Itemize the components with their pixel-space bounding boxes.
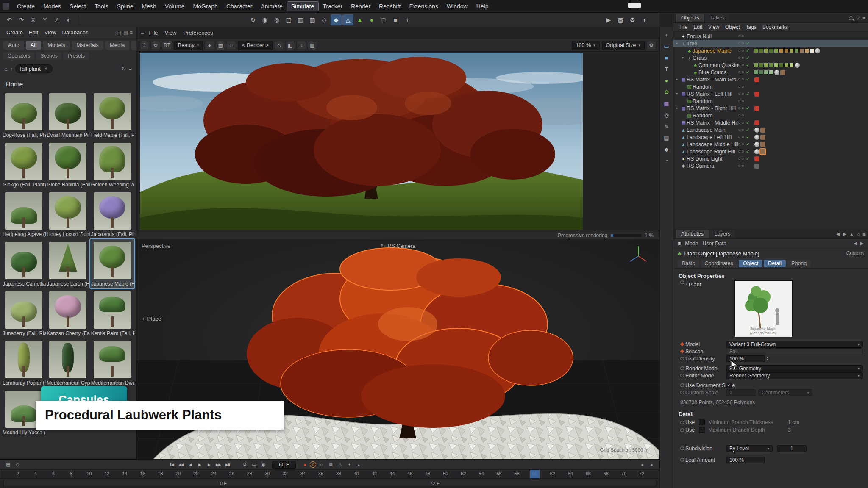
attribute-section-tab[interactable]: Coordinates <box>701 260 737 267</box>
material-swatches[interactable] <box>754 48 814 53</box>
rigid-body-icon[interactable]: ◉ <box>259 14 270 25</box>
user-data-button[interactable]: User Data <box>703 241 726 247</box>
range-icon[interactable]: ▭ <box>250 461 258 469</box>
object-tags[interactable] <box>754 77 760 82</box>
object-row[interactable]: Landscape Middle Hill ✓ <box>673 141 868 148</box>
prev-key-button[interactable]: ◀◀ <box>177 461 185 469</box>
aov-dot-icon[interactable]: ● <box>205 41 214 50</box>
object-tags[interactable] <box>754 128 765 133</box>
region-render-icon[interactable]: □ <box>227 41 236 50</box>
object-label[interactable]: Random <box>693 84 738 90</box>
menubar-item[interactable]: Help <box>472 2 493 11</box>
frame-ruler[interactable]: 2468101214161820222426283032343638404244… <box>0 470 659 479</box>
place-tool-label[interactable]: +Place <box>142 316 161 322</box>
menubar-item[interactable]: Tracker <box>318 2 347 11</box>
enable-check-icon[interactable]: ✓ <box>746 127 754 133</box>
enable-check-icon[interactable]: ✓ <box>746 77 754 82</box>
geo-tag-icon[interactable] <box>760 128 765 133</box>
object-manager-menu-item[interactable]: Tags <box>743 24 759 30</box>
menubar-item[interactable]: Modes <box>39 2 65 11</box>
home-icon[interactable]: ⌂ <box>4 66 8 72</box>
use-checkbox[interactable] <box>699 427 705 433</box>
keyset-scale-icon[interactable]: ▦ <box>326 461 335 469</box>
render-view-menu-item[interactable]: Preferences <box>180 29 217 37</box>
plant-preview[interactable]: Japanese Maple (Acer palmatum) <box>734 280 793 337</box>
visibility-dots[interactable] <box>738 64 746 66</box>
object-row[interactable]: Focus Null ✓ <box>673 33 868 40</box>
asset-thumbnail[interactable]: Ginkgo (Fall, Plant) <box>2 140 46 189</box>
timeline-layout-icon[interactable]: ▤ <box>4 461 12 469</box>
geo-tag-icon[interactable] <box>780 70 785 75</box>
param-value[interactable]: Render Geometry▾ <box>726 372 863 379</box>
asset-browser-menu-item[interactable]: View <box>41 28 59 36</box>
compare-ab-icon[interactable]: ◧ <box>286 41 295 50</box>
up-arrow-icon[interactable]: ↑ <box>10 66 13 72</box>
asset-thumbnail[interactable]: Japanese Camellia (Fal... <box>2 239 46 288</box>
asset-thumbnail[interactable]: Hedgehog Agave (Fall... <box>2 189 46 239</box>
object-label[interactable]: RS Matrix - Middle Hill <box>687 120 738 126</box>
visibility-dots[interactable] <box>738 150 746 152</box>
enable-check-icon[interactable]: ✓ <box>746 149 754 154</box>
object-row[interactable]: Landscape Left Hill ✓ <box>673 133 868 141</box>
expand-caret[interactable]: ▾ <box>682 56 686 60</box>
menubar-item[interactable]: Animate <box>256 2 287 11</box>
current-frame-marker[interactable] <box>530 470 540 478</box>
object-label[interactable]: Focus Null <box>687 33 738 39</box>
attractor-icon[interactable]: ◇ <box>319 14 330 25</box>
visibility-dots[interactable] <box>738 57 746 59</box>
menubar-item[interactable]: Window <box>442 2 472 11</box>
asset-thumbnail[interactable]: Juneberry (Fall, Plant) <box>2 288 46 338</box>
asset-thumbnail[interactable]: Japanese Maple (Fall, ... <box>90 239 134 288</box>
detail-param-value[interactable]: 1 cm <box>788 419 799 425</box>
object-label[interactable]: Japanese Maple <box>693 48 738 54</box>
param-value[interactable]: Full Geometry▾ <box>726 365 863 372</box>
visibility-dots[interactable] <box>738 93 746 95</box>
object-row[interactable]: Common Quaking Grass ✓ <box>673 61 868 69</box>
forces-icon[interactable]: ▲ <box>354 14 365 25</box>
custom-dropdown[interactable]: Custom <box>846 250 864 256</box>
object-row[interactable]: ▾ RS Matrix - Main Ground ✓ <box>673 76 868 83</box>
current-frame-field[interactable]: 60 F <box>272 461 296 469</box>
material-swatches[interactable] <box>754 63 794 67</box>
axis-gizmo[interactable] <box>626 244 650 267</box>
object-label[interactable]: Random <box>693 113 738 119</box>
rt-button[interactable]: RT <box>162 41 172 50</box>
panel-menu-icon[interactable]: ≡ <box>863 232 865 237</box>
menubar-item[interactable]: Select <box>65 2 90 11</box>
zoom-dropdown[interactable]: 100 %▾ <box>572 41 600 50</box>
object-manager-menu-item[interactable]: Edit <box>691 24 705 30</box>
asset-thumbnail[interactable]: Mediterranean Cypres... <box>46 338 90 388</box>
object-tags[interactable] <box>754 135 765 140</box>
object-tags[interactable] <box>815 48 820 53</box>
object-label[interactable]: Landscape Middle Hill <box>687 141 738 147</box>
object-row[interactable]: Blue Grama ✓ <box>673 69 868 76</box>
size-dropdown[interactable]: Original Size▾ <box>602 41 645 50</box>
search-icon[interactable] <box>849 16 853 20</box>
axis-z-button[interactable]: Z <box>51 14 62 25</box>
interactive-render-icon[interactable]: ◑ <box>639 14 650 25</box>
visibility-dots[interactable] <box>738 129 746 131</box>
object-label[interactable]: Grass <box>693 55 738 61</box>
panel-menu-icon[interactable]: ≡ <box>130 30 133 36</box>
object-row[interactable]: Random ✓ <box>673 83 868 90</box>
material-swatches[interactable] <box>754 70 773 75</box>
field-icon[interactable]: ● <box>366 14 377 25</box>
asset-thumbnail[interactable]: Jacaranda (Fall, Plant) <box>90 189 134 239</box>
asset-thumbnail[interactable]: Globe Robinia (Fall, Pl... <box>46 140 90 189</box>
enable-check-icon[interactable]: ✓ <box>746 55 754 61</box>
param-value[interactable]: Variant 3 Full-Grown▾ <box>726 341 863 348</box>
object-row[interactable]: Landscape Right Hill ✓ <box>673 148 868 155</box>
record-button[interactable]: ● <box>300 461 309 469</box>
sound-icon[interactable]: ◉ <box>259 461 267 469</box>
menubar-item[interactable]: Create <box>13 2 39 11</box>
filter-tab[interactable]: Models <box>43 41 70 50</box>
asset-thumbnail[interactable]: Honey Locust 'Sunbur... <box>46 189 90 239</box>
simulation-scene-icon[interactable]: ↻ <box>248 14 259 25</box>
object-tags[interactable] <box>774 70 785 75</box>
object-tags[interactable] <box>754 164 760 169</box>
pen-tool-icon[interactable]: ✎ <box>662 121 672 131</box>
goto-end-button[interactable]: ▶▮ <box>223 461 232 469</box>
lock-icon[interactable]: ○ <box>857 232 860 237</box>
object-label[interactable]: RS Matrix - Right Hill <box>687 105 738 111</box>
render-view-icon[interactable]: ▶ <box>603 14 614 25</box>
